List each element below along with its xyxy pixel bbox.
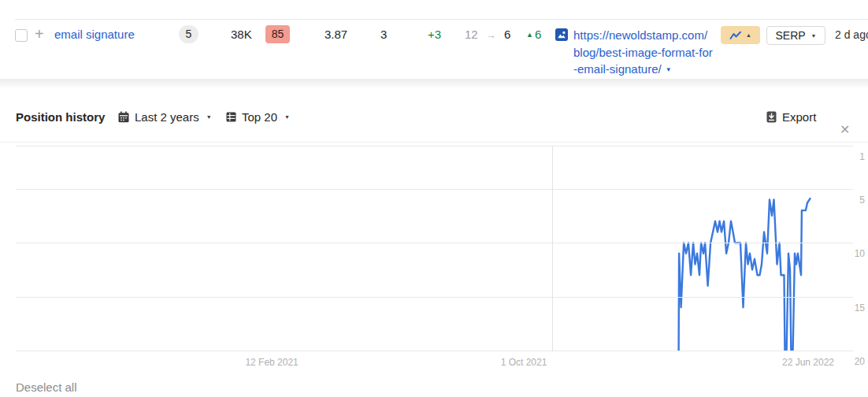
- position-line-series: [16, 146, 853, 351]
- date-range-dropdown[interactable]: Last 2 years ▼: [118, 110, 212, 124]
- y-tick-label: 1: [852, 151, 865, 162]
- row-checkbox[interactable]: [15, 29, 28, 42]
- date-range-label: Last 2 years: [135, 110, 199, 124]
- y-tick-label: 15: [852, 302, 865, 314]
- gridline-vertical: [552, 146, 553, 351]
- serp-features-badge: 5: [179, 25, 198, 43]
- y-tick-label: 10: [852, 248, 865, 259]
- cpc-value: 3.87: [325, 28, 347, 41]
- x-tick-label: 12 Feb 2021: [224, 357, 319, 368]
- gridline-pos-10: [16, 243, 853, 243]
- export-download-icon: [766, 111, 777, 123]
- rank-tracker-view: + email signature 5 38K 85 3.87 3 +3 12 …: [0, 0, 868, 397]
- url-dropdown-caret-icon[interactable]: ▼: [666, 66, 672, 73]
- export-label: Export: [782, 110, 816, 124]
- serp-button-label: SERP: [775, 29, 805, 42]
- top-filter-label: Top 20: [242, 110, 277, 124]
- keyword-link[interactable]: email signature: [54, 28, 135, 41]
- caret-down-icon: ▼: [284, 114, 290, 120]
- y-tick-label: 5: [852, 195, 865, 206]
- panel-header-divider: [0, 142, 868, 143]
- top-filter-dropdown[interactable]: Top 20 ▼: [226, 110, 290, 124]
- last-updated-text: 2 d ago: [835, 28, 868, 41]
- caret-down-icon: ▼: [206, 114, 212, 120]
- position-change: 12 → 6: [465, 28, 510, 41]
- traffic-value: 3: [380, 28, 387, 41]
- gridline-pos-1: [16, 146, 853, 147]
- panel-title: Position history: [16, 110, 105, 124]
- up-triangle-icon: ▲: [526, 31, 533, 39]
- position-history-chart: [16, 146, 853, 351]
- row-divider: [15, 19, 868, 20]
- kd-badge: 85: [265, 25, 290, 43]
- url-line-1[interactable]: https://newoldstamp.com/: [573, 27, 723, 44]
- gridline-pos-15: [16, 297, 853, 298]
- position-chart-toggle-button[interactable]: ▲: [721, 26, 760, 44]
- position-delta-value: 6: [535, 28, 541, 41]
- ranking-url-link[interactable]: https://newoldstamp.com/ blog/best-image…: [573, 27, 723, 79]
- position-new: 6: [504, 28, 510, 41]
- position-old: 12: [465, 28, 478, 41]
- gridline-pos-5: [16, 189, 853, 190]
- arrow-right-icon: →: [486, 29, 496, 41]
- page-thumbnail-icon: [555, 28, 568, 41]
- x-tick-label: 22 Jun 2022: [761, 357, 855, 368]
- calendar-icon: [118, 111, 129, 123]
- close-icon[interactable]: ✕: [840, 124, 850, 136]
- table-icon: [226, 112, 236, 122]
- x-tick-label: 1 Oct 2021: [477, 357, 571, 368]
- caret-down-icon: ▼: [811, 33, 817, 39]
- url-line-3[interactable]: -email-signature/▼: [573, 61, 723, 79]
- plus-icon[interactable]: +: [35, 26, 44, 42]
- traffic-change: +3: [428, 28, 441, 41]
- panel-top-shadow: [0, 79, 868, 89]
- export-button[interactable]: Export: [766, 110, 816, 124]
- deselect-all-link[interactable]: Deselect all: [16, 380, 77, 394]
- serp-dropdown-button[interactable]: SERP ▼: [766, 26, 825, 45]
- url-line-2[interactable]: blog/best-image-format-for: [573, 44, 723, 61]
- gridline-pos-20: [16, 351, 853, 351]
- line-chart-icon: [729, 31, 742, 40]
- position-delta: ▲6: [526, 28, 541, 41]
- caret-up-icon: ▲: [746, 32, 751, 38]
- volume-value: 38K: [231, 28, 252, 41]
